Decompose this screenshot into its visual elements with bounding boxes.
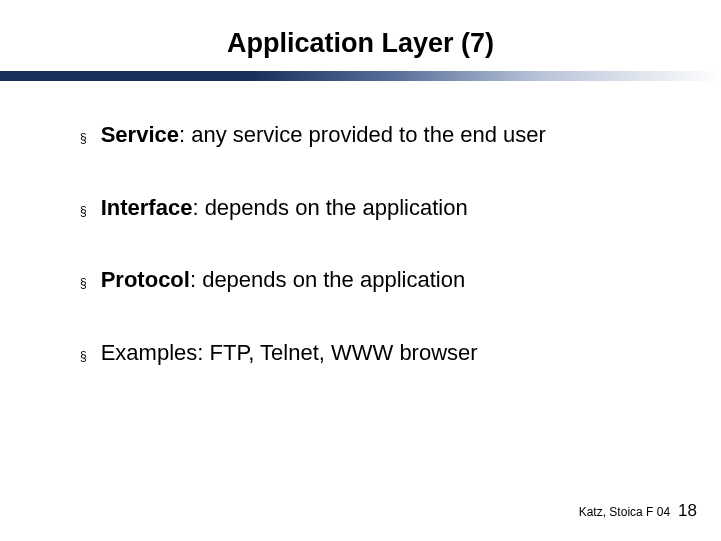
- bullet-text: Service: any service provided to the end…: [101, 121, 546, 150]
- bullet-item: § Examples: FTP, Telnet, WWW browser: [80, 339, 641, 368]
- bullet-body: : any service provided to the end user: [179, 122, 546, 147]
- bullet-text: Interface: depends on the application: [101, 194, 468, 223]
- bullet-item: § Interface: depends on the application: [80, 194, 641, 223]
- bullet-label: Service: [101, 122, 179, 147]
- content-area: § Service: any service provided to the e…: [0, 81, 721, 367]
- bullet-text: Protocol: depends on the application: [101, 266, 465, 295]
- bullet-label: Interface: [101, 195, 193, 220]
- bullet-item: § Protocol: depends on the application: [80, 266, 641, 295]
- bullet-marker-icon: §: [80, 276, 87, 290]
- page-number: 18: [678, 501, 697, 521]
- bullet-body: : depends on the application: [192, 195, 467, 220]
- bullet-text: Examples: FTP, Telnet, WWW browser: [101, 339, 478, 368]
- bullet-label: Examples: [101, 340, 198, 365]
- bullet-marker-icon: §: [80, 131, 87, 145]
- bullet-item: § Service: any service provided to the e…: [80, 121, 641, 150]
- title-area: Application Layer (7): [0, 0, 721, 59]
- bullet-marker-icon: §: [80, 349, 87, 363]
- bullet-body: : FTP, Telnet, WWW browser: [197, 340, 477, 365]
- footer: Katz, Stoica F 04 18: [579, 501, 697, 521]
- bullet-marker-icon: §: [80, 204, 87, 218]
- bullet-label: Protocol: [101, 267, 190, 292]
- slide-title: Application Layer (7): [0, 28, 721, 59]
- slide: Application Layer (7) § Service: any ser…: [0, 0, 721, 541]
- bullet-body: : depends on the application: [190, 267, 465, 292]
- footer-credit: Katz, Stoica F 04: [579, 505, 670, 519]
- title-underline-bar: [0, 71, 721, 81]
